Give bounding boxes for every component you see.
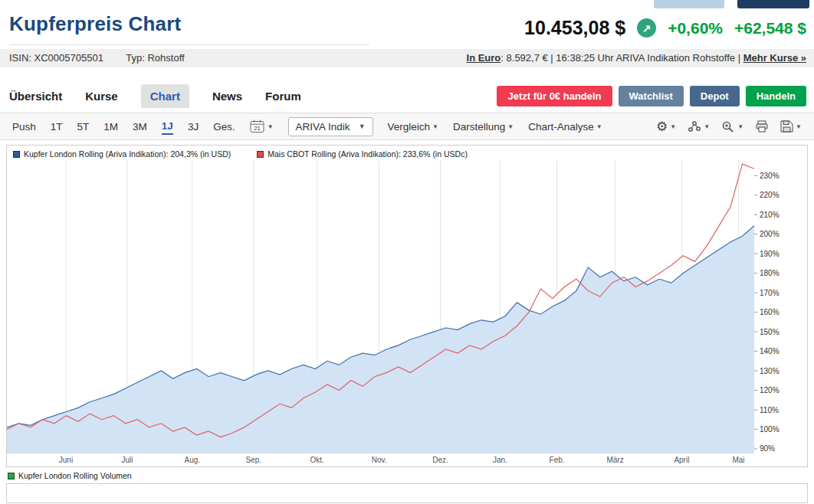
- svg-text:April: April: [674, 456, 689, 464]
- svg-text:21: 21: [254, 125, 261, 132]
- instrument-select-value: ARIVA Indik: [296, 121, 350, 133]
- svg-text:März: März: [606, 456, 623, 464]
- header-cutoff-button-light[interactable]: [654, 0, 724, 8]
- print-button[interactable]: [755, 120, 769, 133]
- type-label: Typ: Rohstoff: [126, 52, 184, 64]
- svg-text:140%: 140%: [760, 347, 780, 355]
- svg-text:120%: 120%: [760, 386, 780, 394]
- zoom-menu[interactable]: ▼: [721, 120, 743, 133]
- toolbar-icon-group: ⚙ ▼ ▼ ▼: [656, 120, 802, 133]
- volume-chart-panel[interactable]: [6, 483, 808, 503]
- svg-text:230%: 230%: [760, 172, 780, 180]
- push-toggle[interactable]: Push: [12, 119, 36, 134]
- range-3m[interactable]: 3M: [133, 119, 147, 134]
- action-buttons: Jetzt für 0€ handeln Watchlist Depot Han…: [497, 86, 806, 106]
- chevron-down-icon: ▼: [268, 123, 274, 130]
- tab-news[interactable]: News: [212, 84, 242, 108]
- range-1t[interactable]: 1T: [51, 119, 63, 134]
- svg-text:160%: 160%: [760, 308, 780, 316]
- meta-bar: ISIN: XC0005705501 Typ: Rohstoff In Euro…: [0, 49, 814, 67]
- kupfer-swatch-icon: [13, 151, 20, 158]
- legend-mais-label: Mais CBOT Rolling (Ariva Indikation): 23…: [268, 149, 468, 159]
- tabs: Übersicht Kurse Chart News Forum: [9, 84, 301, 108]
- gear-icon: ⚙: [656, 120, 668, 133]
- trade-free-button[interactable]: Jetzt für 0€ handeln: [497, 86, 612, 106]
- svg-text:170%: 170%: [760, 289, 780, 297]
- chart-toolbar: Push 1T 5T 1M 3M 1J 3J Ges. 21 ▼ ARIVA I…: [0, 113, 814, 140]
- in-euro-link[interactable]: In Euro: [467, 52, 501, 64]
- range-5t[interactable]: 5T: [77, 119, 90, 134]
- darstellung-menu[interactable]: Darstellung ▼: [453, 121, 514, 133]
- legend-kupfer-label: Kupfer London Rolling (Ariva Indikation)…: [24, 149, 231, 159]
- chevron-down-icon: ▼: [670, 123, 676, 130]
- watchlist-button[interactable]: Watchlist: [619, 86, 684, 106]
- svg-text:Aug.: Aug.: [185, 456, 201, 464]
- svg-text:220%: 220%: [760, 191, 780, 199]
- printer-icon: [755, 120, 769, 133]
- svg-text:150%: 150%: [760, 328, 780, 336]
- price-chart[interactable]: JuniJuliAug.Sep.Okt.Nov.Dez.Jan.Feb.März…: [7, 160, 806, 466]
- volume-swatch-icon: [8, 473, 15, 479]
- tab-uebersicht[interactable]: Übersicht: [9, 84, 62, 108]
- meta-right: In Euro: 8.592,7 € | 16:38:25 Uhr ARIVA …: [467, 52, 806, 64]
- header-cutoff-button-dark[interactable]: [737, 0, 809, 8]
- svg-text:Okt.: Okt.: [310, 456, 323, 464]
- depot-button[interactable]: Depot: [690, 86, 740, 106]
- svg-text:Nov.: Nov.: [372, 456, 387, 464]
- svg-text:Dez.: Dez.: [432, 456, 448, 464]
- legend-item-mais: Mais CBOT Rolling (Ariva Indikation): 23…: [257, 149, 468, 159]
- chevron-down-icon: ▼: [704, 123, 710, 130]
- settings-menu[interactable]: ⚙ ▼: [656, 120, 676, 133]
- tab-kurse[interactable]: Kurse: [85, 84, 118, 108]
- more-quotes-link[interactable]: Mehr Kurse »: [743, 52, 806, 64]
- vergleich-menu-label: Vergleich: [388, 121, 431, 133]
- svg-text:190%: 190%: [760, 250, 780, 258]
- tab-forum[interactable]: Forum: [265, 84, 301, 108]
- svg-text:110%: 110%: [760, 406, 779, 414]
- svg-text:180%: 180%: [760, 269, 780, 277]
- darstellung-menu-label: Darstellung: [453, 121, 505, 133]
- volume-legend-label: Kupfer London Rolling Volumen: [18, 471, 132, 480]
- svg-text:Jan.: Jan.: [493, 456, 507, 464]
- isin-label: ISIN: XC0005705501: [9, 52, 103, 64]
- svg-text:Juli: Juli: [121, 456, 133, 464]
- chevron-down-icon: ▼: [432, 123, 438, 130]
- svg-text:Sep.: Sep.: [246, 456, 262, 464]
- svg-text:210%: 210%: [760, 211, 780, 219]
- chevron-down-icon: ▼: [596, 123, 602, 130]
- range-ges[interactable]: Ges.: [213, 119, 235, 134]
- quote-block: 10.453,08 $ ↗ +0,60% +62,548 $: [524, 17, 806, 45]
- arrow-up-right-icon[interactable]: ↗: [637, 18, 656, 38]
- instrument-select[interactable]: ARIVA Indik ▼: [288, 117, 373, 136]
- svg-text:130%: 130%: [760, 367, 780, 375]
- range-1j[interactable]: 1J: [162, 119, 173, 135]
- chart-analyse-menu-label: Chart-Analyse: [528, 121, 594, 133]
- tab-chart[interactable]: Chart: [141, 84, 189, 108]
- svg-text:100%: 100%: [760, 425, 780, 434]
- date-picker[interactable]: 21 ▼: [250, 119, 274, 133]
- indicators-menu[interactable]: ▼: [688, 120, 710, 133]
- save-menu[interactable]: ▼: [780, 120, 802, 133]
- chart-analyse-menu[interactable]: Chart-Analyse ▼: [528, 121, 602, 133]
- title-block: Kupferpreis Chart: [9, 12, 369, 45]
- zoom-in-icon: [721, 120, 735, 133]
- chevron-down-icon: ▼: [507, 123, 514, 130]
- svg-text:90%: 90%: [760, 444, 775, 453]
- calendar-icon: 21: [250, 119, 265, 133]
- chevron-down-icon: ▼: [796, 123, 802, 130]
- vergleich-menu[interactable]: Vergleich ▼: [388, 121, 438, 133]
- meta-left: ISIN: XC0005705501 Typ: Rohstoff: [9, 52, 205, 64]
- nav-row: Übersicht Kurse Chart News Forum Jetzt f…: [0, 84, 814, 113]
- range-1m[interactable]: 1M: [103, 119, 118, 134]
- chart-legend: Kupfer London Rolling (Ariva Indikation)…: [7, 146, 807, 159]
- svg-text:Mai: Mai: [732, 456, 744, 464]
- volume-legend: Kupfer London Rolling Volumen: [0, 467, 814, 482]
- handeln-button[interactable]: Handeln: [746, 86, 806, 106]
- change-absolute: +62,548 $: [734, 19, 806, 38]
- page: Kupferpreis Chart 10.453,08 $ ↗ +0,60% +…: [0, 0, 814, 504]
- in-euro-value: : 8.592,7 € | 16:38:25 Uhr ARIVA Indikat…: [501, 52, 743, 64]
- page-title: Kupferpreis Chart: [9, 12, 369, 36]
- last-price: 10.453,08 $: [524, 17, 625, 39]
- change-percent: +0,60%: [668, 19, 723, 38]
- range-3j[interactable]: 3J: [188, 119, 199, 134]
